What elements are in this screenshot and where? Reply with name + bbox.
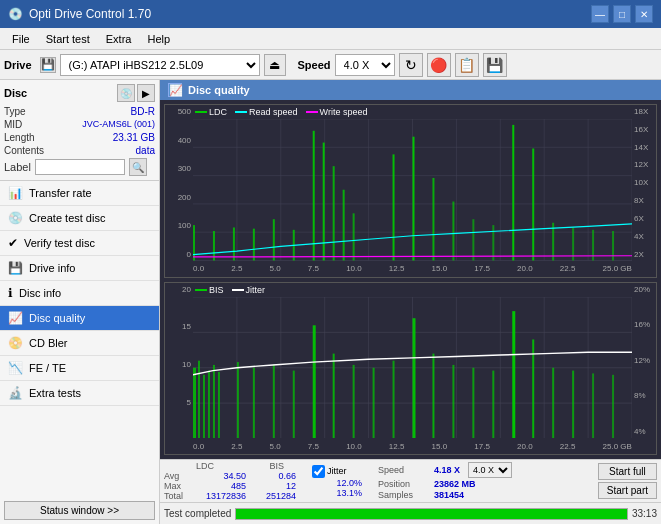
svg-rect-61 bbox=[253, 367, 255, 438]
chart2-svg bbox=[193, 297, 632, 439]
svg-rect-71 bbox=[452, 364, 454, 438]
disc-length-value: 23.31 GB bbox=[113, 132, 155, 143]
disc-label-btn[interactable]: 🔍 bbox=[129, 158, 147, 176]
titlebar: 💿 Opti Drive Control 1.70 — □ ✕ bbox=[0, 0, 661, 28]
disc-icon-btn2[interactable]: ▶ bbox=[137, 84, 155, 102]
chart-header: 📈 Disc quality bbox=[160, 80, 661, 100]
menu-file[interactable]: File bbox=[4, 31, 38, 47]
avg-label: Avg bbox=[164, 471, 196, 481]
svg-rect-24 bbox=[333, 166, 335, 260]
status-window-button[interactable]: Status window >> bbox=[4, 501, 155, 520]
speed-label: Speed bbox=[298, 59, 331, 71]
app-title: Opti Drive Control 1.70 bbox=[29, 7, 151, 21]
settings-button[interactable]: 🔴 bbox=[427, 53, 451, 77]
refresh-button[interactable]: ↻ bbox=[399, 53, 423, 77]
avg-jitter-row: 12.0% bbox=[312, 478, 362, 488]
max-row: Max 485 12 bbox=[164, 481, 296, 491]
svg-rect-22 bbox=[313, 131, 315, 261]
maximize-button[interactable]: □ bbox=[613, 5, 631, 23]
svg-rect-69 bbox=[413, 318, 416, 438]
start-part-button[interactable]: Start part bbox=[598, 482, 657, 499]
sidebar-item-label-cd-bler: CD Bler bbox=[29, 337, 68, 349]
ldc-legend: LDC bbox=[195, 107, 227, 117]
chart1-legend: LDC Read speed Write speed bbox=[195, 107, 367, 117]
read-speed-legend-label: Read speed bbox=[249, 107, 298, 117]
disc-quality-icon: 📈 bbox=[8, 311, 23, 325]
disc-icon-btn1[interactable]: 💿 bbox=[117, 84, 135, 102]
chart2-y-axis-left: 20 15 10 5 bbox=[165, 283, 193, 439]
sidebar-item-extra-tests[interactable]: 🔬 Extra tests bbox=[0, 381, 159, 406]
disc-info-icon: ℹ bbox=[8, 286, 13, 300]
menu-start-test[interactable]: Start test bbox=[38, 31, 98, 47]
ldc-legend-color bbox=[195, 111, 207, 113]
disc-label-label: Label bbox=[4, 161, 31, 173]
sidebar-item-verify-test-disc[interactable]: ✔ Verify test disc bbox=[0, 231, 159, 256]
position-row: Position 23862 MB bbox=[378, 479, 512, 489]
total-label: Total bbox=[164, 491, 196, 501]
bottom-bar: Test completed 33:13 bbox=[160, 502, 661, 524]
write-speed-legend: Write speed bbox=[306, 107, 368, 117]
total-bis-val: 251284 bbox=[246, 491, 296, 501]
jitter-legend-color bbox=[232, 289, 244, 291]
sidebar-item-drive-info[interactable]: 💾 Drive info bbox=[0, 256, 159, 281]
speed-select[interactable]: 4.0 X 1.0 X 2.0 X 6.0 X 8.0 X bbox=[335, 54, 395, 76]
sidebar-item-create-test-disc[interactable]: 💿 Create test disc bbox=[0, 206, 159, 231]
sidebar-item-transfer-rate[interactable]: 📊 Transfer rate bbox=[0, 181, 159, 206]
sidebar-item-cd-bler[interactable]: 📀 CD Bler bbox=[0, 331, 159, 356]
eject-button[interactable]: ⏏ bbox=[264, 54, 286, 76]
svg-rect-54 bbox=[193, 367, 196, 438]
chart2-container: BIS Jitter 20 15 10 5 20% 16% bbox=[164, 282, 657, 456]
svg-rect-17 bbox=[213, 231, 215, 260]
sidebar-item-disc-info[interactable]: ℹ Disc info bbox=[0, 281, 159, 306]
start-full-button[interactable]: Start full bbox=[598, 463, 657, 480]
svg-rect-32 bbox=[492, 225, 494, 260]
save-button[interactable]: 💾 bbox=[483, 53, 507, 77]
menu-help[interactable]: Help bbox=[139, 31, 178, 47]
menubar: File Start test Extra Help bbox=[0, 28, 661, 50]
sidebar-item-label-disc-info: Disc info bbox=[19, 287, 61, 299]
disc-mid-row: MID JVC-AMS6L (001) bbox=[4, 119, 155, 130]
bis-col-header: BIS bbox=[234, 461, 284, 471]
svg-rect-16 bbox=[193, 225, 195, 260]
svg-rect-57 bbox=[208, 370, 210, 438]
svg-rect-68 bbox=[393, 360, 395, 438]
chart1-x-axis: 0.0 2.5 5.0 7.5 10.0 12.5 15.0 17.5 20.0… bbox=[193, 261, 632, 277]
cd-bler-icon: 📀 bbox=[8, 336, 23, 350]
chart1-svg bbox=[193, 119, 632, 261]
disc-contents-row: Contents data bbox=[4, 145, 155, 156]
svg-rect-58 bbox=[213, 364, 215, 438]
menu-extra[interactable]: Extra bbox=[98, 31, 140, 47]
disc-type-value: BD-R bbox=[131, 106, 155, 117]
ldc-bis-stats: LDC BIS Avg 34.50 0.66 Max 485 12 Total … bbox=[164, 461, 296, 501]
disc-label-input[interactable] bbox=[35, 159, 125, 175]
position-val: 23862 MB bbox=[434, 479, 476, 489]
verify-test-disc-icon: ✔ bbox=[8, 236, 18, 250]
svg-rect-66 bbox=[353, 364, 355, 438]
svg-rect-31 bbox=[472, 219, 474, 260]
jitter-checkbox[interactable] bbox=[312, 465, 325, 478]
minimize-button[interactable]: — bbox=[591, 5, 609, 23]
sidebar-item-fe-te[interactable]: 📉 FE / TE bbox=[0, 356, 159, 381]
content-area: 📈 Disc quality LDC Read speed bbox=[160, 80, 661, 524]
charts-area: LDC Read speed Write speed 500 400 300 bbox=[160, 100, 661, 459]
sidebar-item-label-disc-quality: Disc quality bbox=[29, 312, 85, 324]
samples-row: Samples 381454 bbox=[378, 490, 512, 500]
sidebar-item-disc-quality[interactable]: 📈 Disc quality bbox=[0, 306, 159, 331]
sidebar-item-label-drive-info: Drive info bbox=[29, 262, 75, 274]
speed-dropdown[interactable]: 4.0 X bbox=[468, 462, 512, 478]
ldc-col-header: LDC bbox=[164, 461, 214, 471]
sidebar-item-label-verify-test-disc: Verify test disc bbox=[24, 237, 95, 249]
drive-select[interactable]: (G:) ATAPI iHBS212 2.5L09 bbox=[60, 54, 260, 76]
disc-mid-value: JVC-AMS6L (001) bbox=[82, 119, 155, 130]
chart1-plot bbox=[193, 119, 632, 261]
progress-bar-container bbox=[235, 508, 628, 520]
close-button[interactable]: ✕ bbox=[635, 5, 653, 23]
info-button[interactable]: 📋 bbox=[455, 53, 479, 77]
disc-contents-value: data bbox=[136, 145, 155, 156]
svg-rect-77 bbox=[572, 370, 574, 438]
svg-rect-20 bbox=[273, 219, 275, 260]
extra-tests-icon: 🔬 bbox=[8, 386, 23, 400]
svg-rect-72 bbox=[472, 367, 474, 438]
svg-rect-19 bbox=[253, 229, 255, 261]
svg-rect-60 bbox=[237, 362, 239, 438]
